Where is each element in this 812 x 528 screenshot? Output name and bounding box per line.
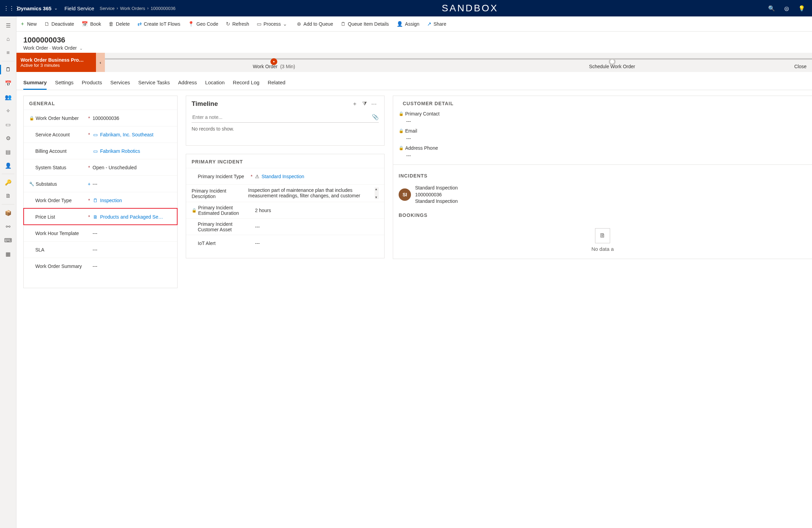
tab-address[interactable]: Address — [178, 75, 197, 90]
field-primary-contact[interactable]: 🔒Primary Contact --- — [393, 110, 812, 127]
lock-icon: 🔒 — [29, 116, 34, 121]
nav-tree-icon[interactable]: ⚯ — [0, 220, 16, 233]
nav-doc-icon[interactable]: 🗎 — [0, 189, 16, 203]
breadcrumb-1[interactable]: Work Orders — [120, 6, 145, 11]
nav-package-icon[interactable]: 📦 — [0, 206, 16, 220]
tab-services[interactable]: Services — [110, 75, 130, 90]
field-primary-incident-duration[interactable]: 🔒Primary Incident Estimated Duration 2 h… — [186, 202, 384, 218]
share-button[interactable]: ↗Share — [427, 21, 446, 27]
timeline-note-input-row: 📎 — [192, 112, 379, 123]
chevron-right-icon: › — [117, 6, 118, 11]
incident-row[interactable]: SI Standard Inspection 1000000036 Standa… — [393, 182, 812, 208]
add-icon[interactable]: ＋ — [350, 100, 360, 108]
nav-user-icon[interactable]: 👤 — [0, 159, 16, 172]
queue-item-details-button[interactable]: 🗒Queue Item Details — [341, 21, 389, 27]
refresh-button[interactable]: ↻Refresh — [226, 21, 249, 27]
nav-misc-icon[interactable]: ⌨ — [0, 233, 16, 247]
field-sla[interactable]: SLA --- — [24, 241, 177, 258]
new-button[interactable]: ＋New — [20, 21, 37, 27]
nav-home-icon[interactable]: ⌂ — [0, 32, 16, 46]
bpf-stage-close[interactable]: Close — [781, 56, 812, 69]
nav-schedule-icon[interactable]: 📅 — [0, 76, 16, 90]
primary-incident-section: PRIMARY INCIDENT Primary Incident Type *… — [186, 154, 385, 258]
field-primary-incident-description[interactable]: Primary Incident Description Inspection … — [186, 184, 384, 202]
bookings-title: BOOKINGS — [393, 208, 812, 221]
field-substatus[interactable]: 🔧Substatus + --- — [24, 175, 177, 192]
tab-summary[interactable]: Summary — [23, 75, 47, 90]
tab-related[interactable]: Related — [268, 75, 286, 90]
bpf-dot-active-icon — [270, 58, 277, 65]
app-area[interactable]: Field Service — [64, 5, 94, 11]
process-button[interactable]: ▭Process⌄ — [257, 21, 290, 27]
app-launcher-icon[interactable]: ⋮⋮⋮ — [3, 5, 14, 12]
field-primary-incident-asset[interactable]: Primary Incident Customer Asset --- — [186, 218, 384, 235]
field-billing-account[interactable]: Billing Account ▭Fabrikam Robotics — [24, 143, 177, 159]
warning-icon: ⚠ — [255, 174, 259, 179]
field-system-status[interactable]: System Status * Open - Unscheduled — [24, 159, 177, 175]
timeline-title: Timeline — [192, 100, 350, 108]
field-work-order-number[interactable]: 🔒Work Order Number * 1000000036 — [24, 110, 177, 126]
more-icon[interactable]: ⋯ — [369, 101, 379, 107]
field-price-list[interactable]: Price List * 🗎Products and Packaged Se… — [24, 208, 177, 225]
field-work-order-type[interactable]: Work Order Type * 🗒Inspection — [24, 192, 177, 208]
business-process-flow: Work Order Business Pro… Active for 3 mi… — [16, 53, 812, 72]
field-iot-alert[interactable]: IoT Alert --- — [186, 235, 384, 251]
scrollbar[interactable]: ▲▼ — [375, 187, 379, 199]
record-form[interactable]: Work Order — [52, 45, 77, 51]
nav-key-icon[interactable]: 🔑 — [0, 175, 16, 189]
product-name[interactable]: Dynamics 365 — [17, 5, 51, 11]
breadcrumb-2[interactable]: 1000000036 — [151, 6, 175, 11]
chevron-down-icon[interactable]: ⌄ — [54, 6, 58, 11]
tab-location[interactable]: Location — [205, 75, 225, 90]
lock-icon: 🔒 — [399, 146, 404, 150]
chevron-right-icon: › — [147, 6, 149, 11]
nav-hamburger-icon[interactable]: ☰ — [0, 19, 16, 32]
field-work-hour-template[interactable]: Work Hour Template --- — [24, 225, 177, 241]
environment-badge: SANDBOX — [175, 3, 765, 14]
field-primary-incident-type[interactable]: Primary Incident Type * ⚠Standard Inspec… — [186, 168, 384, 184]
nav-work-orders-icon[interactable]: 🗒 — [0, 63, 16, 76]
nav-card-icon[interactable]: ▭ — [0, 118, 16, 131]
nav-asset-icon[interactable]: ⚙ — [0, 131, 16, 145]
nav-grid-icon[interactable]: ▦ — [0, 247, 16, 261]
breadcrumb-0[interactable]: Service — [100, 6, 114, 11]
bpf-stage-work-order[interactable]: Work Order (3 Min) — [105, 56, 443, 69]
bookings-empty: 🗎 No data a — [393, 221, 812, 259]
chevron-down-icon[interactable]: ⌄ — [80, 46, 83, 50]
tab-record-log[interactable]: Record Log — [233, 75, 259, 90]
nav-template-icon[interactable]: ▤ — [0, 145, 16, 159]
wrench-icon: 🔧 — [29, 182, 34, 186]
task-icon[interactable]: ◎ — [780, 5, 793, 12]
field-email[interactable]: 🔒Email --- — [393, 127, 812, 144]
tab-service-tasks[interactable]: Service Tasks — [138, 75, 170, 90]
nav-recent-icon[interactable]: ≡ — [0, 46, 16, 60]
attach-icon[interactable]: 📎 — [372, 114, 379, 120]
add-to-queue-button[interactable]: ⊕Add to Queue — [297, 21, 333, 27]
book-button[interactable]: 📅Book — [82, 21, 101, 27]
tab-products[interactable]: Products — [82, 75, 102, 90]
delete-button[interactable]: 🗑Delete — [109, 21, 130, 27]
search-icon[interactable]: 🔍 — [765, 5, 778, 12]
bpf-header[interactable]: Work Order Business Pro… Active for 3 mi… — [16, 53, 96, 72]
timeline-note-input[interactable] — [192, 114, 372, 120]
form-tabs: Summary Settings Products Services Servi… — [16, 75, 812, 90]
command-bar: ＋New 🗋Deactivate 📅Book 🗑Delete ⇄Create I… — [16, 16, 812, 32]
incidents-title: INCIDENTS — [393, 168, 812, 182]
deactivate-button[interactable]: 🗋Deactivate — [44, 21, 74, 27]
filter-icon[interactable]: ⧩ — [360, 101, 369, 107]
bpf-collapse-button[interactable]: ‹ — [96, 53, 105, 72]
assign-button[interactable]: 👤Assign — [397, 21, 420, 27]
lookup-icon: ▭ — [93, 148, 98, 154]
bpf-stage-schedule[interactable]: Schedule Work Order — [443, 56, 781, 69]
field-work-order-summary[interactable]: Work Order Summary --- — [24, 258, 177, 274]
timeline-empty: No records to show. — [186, 123, 384, 138]
tab-settings[interactable]: Settings — [55, 75, 73, 90]
lightbulb-icon[interactable]: 💡 — [795, 5, 809, 12]
nav-addon-icon[interactable]: ✧ — [0, 104, 16, 118]
field-address-phone[interactable]: 🔒Address Phone --- — [393, 144, 812, 161]
geo-code-button[interactable]: 📍Geo Code — [188, 21, 218, 27]
nav-contacts-icon[interactable]: 👥 — [0, 90, 16, 104]
field-service-account[interactable]: Service Account * ▭Fabrikam, Inc. Southe… — [24, 126, 177, 143]
create-iot-flows-button[interactable]: ⇄Create IoT Flows — [137, 21, 180, 27]
global-nav-bar: ⋮⋮⋮ Dynamics 365 ⌄ Field Service Service… — [0, 0, 812, 16]
